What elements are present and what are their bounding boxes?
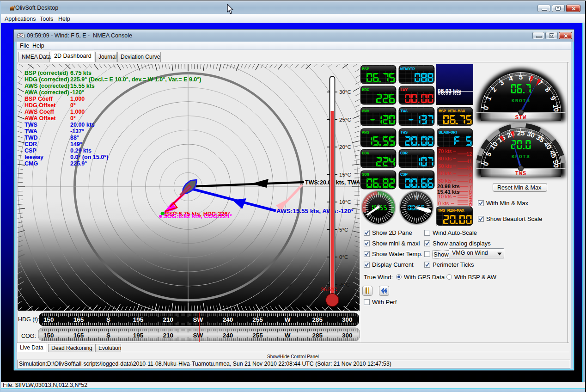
- svg-text:240: 240: [223, 316, 233, 323]
- svg-text:25°C: 25°C: [339, 117, 351, 122]
- svg-text:225.9°: 225.9°: [70, 160, 87, 167]
- svg-text:SOG:6.82 kts, COG:224°: SOG:6.82 kts, COG:224°: [163, 213, 232, 220]
- svg-text:HDG (t):: HDG (t):: [18, 316, 40, 323]
- svg-text:9: 9: [469, 172, 472, 178]
- svg-text:30 kts: 30 kts: [438, 178, 452, 184]
- svg-text:AWA Offset: AWA Offset: [24, 115, 56, 122]
- svg-text:195: 195: [133, 316, 144, 323]
- svg-text:-5°C: -5°C: [339, 282, 350, 288]
- svg-text:70 kts: 70 kts: [438, 148, 452, 154]
- svg-text:149°: 149°: [70, 141, 82, 147]
- svg-text:HDG: HDG: [362, 87, 369, 92]
- svg-text:KNOTS: KNOTS: [512, 154, 531, 159]
- svg-text:0°: 0°: [70, 102, 76, 109]
- svg-text:1.000: 1.000: [70, 109, 85, 115]
- svg-text:SOG: SOG: [362, 172, 369, 177]
- svg-text:285: 285: [312, 316, 323, 323]
- svg-text:CSP: CSP: [24, 147, 37, 154]
- svg-text:AWA (corrected): AWA (corrected): [24, 89, 69, 96]
- svg-text:TWS: TWS: [515, 171, 527, 177]
- svg-text:20.00 kts: 20.00 kts: [70, 122, 95, 128]
- svg-text:5: 5: [519, 73, 523, 81]
- svg-text:AWS: AWS: [362, 130, 369, 135]
- svg-text:SW: SW: [193, 316, 203, 323]
- svg-text:W: W: [285, 316, 291, 323]
- svg-text:10°C: 10°C: [339, 199, 351, 205]
- svg-text:20.98 kts: 20.98 kts: [437, 184, 460, 189]
- svg-text:CDR: CDR: [400, 151, 408, 156]
- svg-text:HDG (corrected): HDG (corrected): [24, 76, 69, 83]
- svg-text:TWS MIN-MAX: TWS MIN-MAX: [438, 208, 464, 213]
- svg-text:165: 165: [73, 316, 84, 323]
- svg-text:195: 195: [133, 332, 144, 339]
- svg-text:6.75 kts: 6.75 kts: [70, 70, 92, 76]
- svg-text:15.55 kts: 15.55 kts: [70, 83, 95, 89]
- svg-text:BSP: BSP: [362, 67, 369, 72]
- svg-text:210: 210: [163, 316, 173, 323]
- svg-text:LWY: LWY: [400, 87, 408, 92]
- svg-text:20°C: 20°C: [339, 144, 351, 150]
- svg-text:S: S: [106, 332, 110, 339]
- svg-text:CSP: CSP: [400, 172, 408, 177]
- svg-text:1.000: 1.000: [70, 96, 85, 102]
- svg-text:BSP MIN-MAX: BSP MIN-MAX: [439, 109, 465, 114]
- svg-text:11: 11: [467, 159, 472, 164]
- svg-text:AWS (corrected): AWS (corrected): [24, 83, 69, 89]
- svg-text:60 kts: 60 kts: [438, 156, 452, 161]
- svg-text:10: 10: [551, 104, 560, 112]
- svg-text:88°: 88°: [70, 135, 79, 141]
- svg-text:STW: STW: [515, 115, 527, 121]
- svg-text:255: 255: [252, 316, 263, 323]
- svg-text:0.29 kts: 0.29 kts: [70, 147, 92, 154]
- svg-text:BSP Coeff: BSP Coeff: [24, 96, 53, 102]
- svg-text:-137°: -137°: [70, 128, 84, 135]
- svg-text:5°C: 5°C: [339, 227, 348, 233]
- svg-text:15°C: 15°C: [339, 172, 351, 178]
- svg-text:50 kts: 50 kts: [438, 163, 452, 169]
- svg-text:W: W: [285, 332, 291, 339]
- svg-text:8: 8: [469, 178, 472, 184]
- svg-text:TWS: TWS: [400, 130, 408, 135]
- svg-text:150: 150: [43, 316, 54, 323]
- svg-text:0°C: 0°C: [339, 254, 348, 260]
- svg-text:06.09 kts: 06.09 kts: [438, 90, 461, 96]
- svg-text:0 kts: 0 kts: [438, 201, 449, 206]
- svg-text:AWS Coeff: AWS Coeff: [24, 109, 55, 115]
- svg-text:BEAUFORT: BEAUFORT: [439, 130, 458, 135]
- svg-text:26.5°C: 26.5°C: [321, 287, 337, 292]
- svg-text:40 kts: 40 kts: [438, 171, 452, 176]
- svg-text:150: 150: [43, 332, 54, 339]
- svg-text:285: 285: [312, 332, 323, 339]
- svg-text:30°C: 30°C: [339, 89, 351, 95]
- svg-text:12: 12: [466, 151, 472, 157]
- svg-text:WINDIR: WINDIR: [400, 67, 415, 72]
- svg-text:leeway: leeway: [24, 154, 43, 160]
- svg-text:165: 165: [73, 332, 84, 339]
- svg-text:TWS: TWS: [24, 122, 37, 128]
- svg-text:225.9° (Decl.= E 10.0°, dev.=: 225.9° (Decl.= E 10.0°, dev.= W 1.0°, Va…: [70, 76, 201, 83]
- svg-text:10: 10: [466, 165, 472, 171]
- svg-text:-120°: -120°: [70, 89, 84, 96]
- svg-text:210: 210: [163, 332, 173, 339]
- svg-text:0°: 0°: [70, 115, 76, 122]
- svg-text:CDR: CDR: [24, 141, 37, 147]
- svg-text:TWA: TWA: [24, 128, 37, 135]
- svg-text:255: 255: [252, 332, 263, 339]
- svg-text:N: N: [415, 195, 419, 201]
- svg-text:HDG Offset: HDG Offset: [24, 102, 56, 109]
- svg-text:25: 25: [517, 129, 525, 137]
- svg-text:COG: COG: [362, 151, 369, 156]
- svg-text:240: 240: [223, 332, 233, 339]
- svg-text:S: S: [106, 316, 110, 323]
- svg-text:300: 300: [342, 332, 353, 339]
- svg-text:0.0° (on 15.0°): 0.0° (on 15.0°): [70, 154, 108, 160]
- svg-text:CMG: CMG: [24, 160, 38, 167]
- svg-text:BSP (corrected): BSP (corrected): [24, 70, 68, 76]
- svg-text:TWA: TWA: [400, 109, 408, 114]
- svg-text:SW: SW: [193, 332, 203, 339]
- svg-text:AWA: AWA: [362, 109, 369, 114]
- svg-text:0: 0: [469, 202, 472, 208]
- svg-text:50: 50: [551, 159, 560, 168]
- svg-text:AWS:15.55 kts, AWA:-120°: AWS:15.55 kts, AWA:-120°: [276, 208, 354, 214]
- svg-text:15.41 kts: 15.41 kts: [437, 189, 460, 195]
